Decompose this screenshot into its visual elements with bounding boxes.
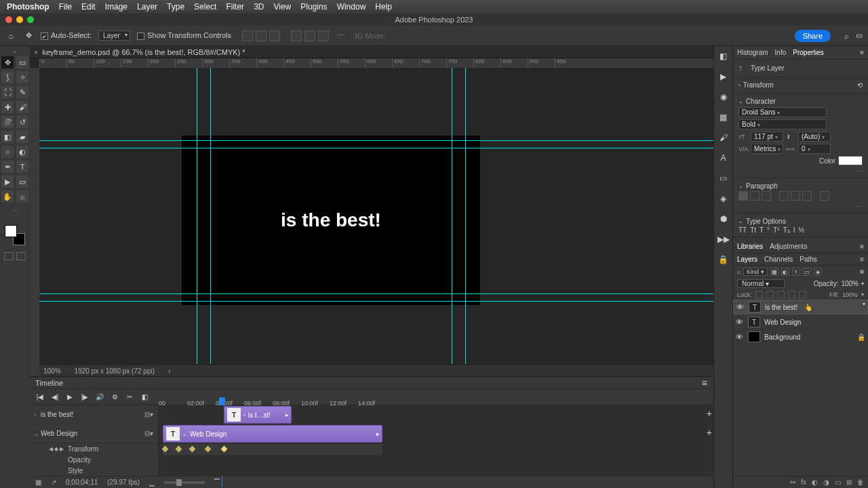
layer-row[interactable]: 👁 Background 🔒	[733, 329, 868, 344]
panel-icon-1[interactable]: ◧	[717, 50, 730, 62]
history-brush-tool[interactable]: ↺	[16, 116, 28, 128]
panel-icon-styles[interactable]: ▭	[717, 172, 730, 184]
lock-transparency[interactable]	[755, 291, 763, 298]
transform-section-toggle[interactable]: ›Transform⟲	[738, 81, 863, 89]
guide-horizontal[interactable]	[39, 140, 713, 141]
menu-3d[interactable]: 3D	[254, 2, 264, 12]
tab-properties[interactable]: Properties	[793, 49, 824, 56]
filter-smart[interactable]: ◈	[814, 268, 822, 276]
font-weight-dropdown[interactable]: Bold	[738, 119, 827, 129]
character-section-toggle[interactable]: ⌄Character	[738, 98, 863, 105]
crop-tool[interactable]: ⛶	[1, 86, 14, 98]
filter-search-icon[interactable]: ⌕	[737, 268, 741, 275]
justify-right[interactable]	[802, 191, 812, 201]
guide-horizontal[interactable]	[39, 301, 713, 302]
paragraph-section-toggle[interactable]: ⌄Paragraph	[738, 182, 863, 190]
track-prop-transform[interactable]: ◀◆▶Transform	[30, 443, 158, 454]
tab-paths[interactable]: Paths	[800, 256, 817, 263]
panel-icon-3d[interactable]: ⬢	[717, 213, 730, 225]
align-left[interactable]	[242, 30, 253, 41]
filter-type[interactable]: T	[792, 268, 800, 276]
align-center-h[interactable]	[256, 30, 267, 41]
close-doc-icon[interactable]: ×	[34, 48, 38, 56]
panel-icon-layers[interactable]: ◈	[717, 192, 730, 205]
blend-mode-dropdown[interactable]: Normal ▾	[737, 279, 785, 288]
search-icon[interactable]: ⌕	[844, 32, 849, 40]
eraser-tool[interactable]: ◧	[1, 131, 14, 143]
tab-layers[interactable]: Layers	[737, 256, 757, 263]
layer-filter-kind[interactable]: Kind ▾	[743, 268, 768, 276]
menu-layer[interactable]: Layer	[137, 2, 157, 12]
group-icon[interactable]: ▭	[835, 479, 841, 486]
paragraph-more[interactable]: ⋯	[738, 203, 863, 210]
lock-pixels[interactable]	[766, 291, 774, 298]
audio-toggle[interactable]: 🔊	[95, 392, 104, 402]
guide-vertical[interactable]	[465, 68, 466, 364]
menu-select[interactable]: Select	[194, 2, 216, 12]
panel-icon-color[interactable]: ◉	[717, 91, 730, 103]
status-caret-icon[interactable]: ›	[168, 367, 170, 375]
gradient-tool[interactable]: ▰	[16, 131, 28, 143]
text-color-chip[interactable]	[838, 156, 863, 165]
zoom-in-timeline[interactable]: ▔	[214, 479, 220, 486]
panel-icon-brushes[interactable]: 🖌	[717, 131, 730, 144]
ruler-vertical[interactable]	[30, 68, 39, 376]
menu-type[interactable]: Type	[167, 2, 184, 12]
canvas[interactable]: is the best!	[39, 68, 713, 364]
timeline-tracks[interactable]: T › is t…st! ▸ T ⌄ Web Design ▸	[159, 405, 713, 476]
keyframe[interactable]	[176, 446, 182, 453]
guide-horizontal[interactable]	[39, 148, 713, 148]
panel-icon-actions[interactable]: ▶▶	[717, 233, 730, 245]
home-icon[interactable]: ⌂	[5, 30, 16, 41]
tab-channels[interactable]: Channels	[764, 256, 793, 263]
keyframe[interactable]	[162, 446, 169, 453]
align-center-text[interactable]	[750, 191, 760, 201]
share-button[interactable]: Share	[795, 30, 831, 42]
layers-menu-icon[interactable]: ≡	[860, 256, 864, 263]
move-tool-icon[interactable]: ✥	[23, 30, 34, 41]
shape-tool[interactable]: ▭	[16, 176, 28, 188]
prev-frame[interactable]: ◀|	[50, 392, 60, 402]
tab-histogram[interactable]: Histogram	[737, 49, 768, 56]
mask-icon[interactable]: ◐	[812, 479, 818, 486]
reset-icon[interactable]: ⟲	[857, 81, 863, 89]
filter-toggle[interactable]	[860, 270, 864, 274]
keyframe[interactable]	[205, 446, 212, 453]
timecode[interactable]: 0;00;04;11	[66, 479, 98, 486]
more-options-icon[interactable]: ⋯	[336, 30, 347, 41]
align-right-text[interactable]	[762, 191, 771, 201]
clip-web-design[interactable]: T ⌄ Web Design ▸	[163, 425, 382, 443]
tab-adjustments[interactable]: Adjustments	[770, 243, 807, 250]
play-button[interactable]: ▶	[65, 392, 75, 402]
window-minimize[interactable]	[16, 16, 23, 23]
faux-bold[interactable]: TT	[738, 226, 747, 234]
link-layers-icon[interactable]: ⚯	[790, 479, 795, 486]
align-right[interactable]	[269, 30, 280, 41]
next-frame[interactable]: |▶	[80, 392, 90, 402]
panel-icon-lock[interactable]: 🔒	[717, 253, 730, 266]
standard-mask-mode[interactable]	[4, 252, 14, 260]
document-tab[interactable]: keyframe_demo.psd @ 66.7% (is the best!,…	[42, 48, 245, 56]
menu-filter[interactable]: Filter	[226, 2, 244, 12]
menu-plugins[interactable]: Plugins	[300, 2, 327, 12]
align-top[interactable]	[291, 30, 302, 41]
new-layer-icon[interactable]: ⊞	[846, 479, 852, 486]
layer-row[interactable]: 👁 T Web Design	[733, 314, 868, 329]
path-select-tool[interactable]: ▶	[1, 176, 14, 188]
lock-position[interactable]	[777, 291, 785, 298]
fx-icon[interactable]: fx	[801, 479, 806, 486]
timeline-menu-icon[interactable]: ≡	[702, 378, 708, 388]
layer-row[interactable]: 👁 T is the best! 👆	[733, 300, 868, 314]
track-header-1[interactable]: ›is the best!⊟▾	[30, 405, 158, 424]
panel-icon-swatches[interactable]: ▦	[717, 111, 730, 123]
tracking-field[interactable]: 0	[798, 144, 831, 154]
menu-window[interactable]: Window	[337, 2, 366, 12]
stamp-tool[interactable]: ⛈	[1, 116, 14, 128]
foreground-color-swatch[interactable]	[5, 225, 17, 237]
timeline-zoom-slider[interactable]	[164, 481, 205, 484]
lasso-tool[interactable]: ⟆	[1, 71, 14, 83]
filter-shape[interactable]: ▭	[803, 268, 811, 276]
subscript[interactable]: T₁	[783, 226, 790, 234]
move-tool[interactable]: ✥	[1, 56, 14, 68]
add-track-1[interactable]: +	[707, 408, 712, 419]
